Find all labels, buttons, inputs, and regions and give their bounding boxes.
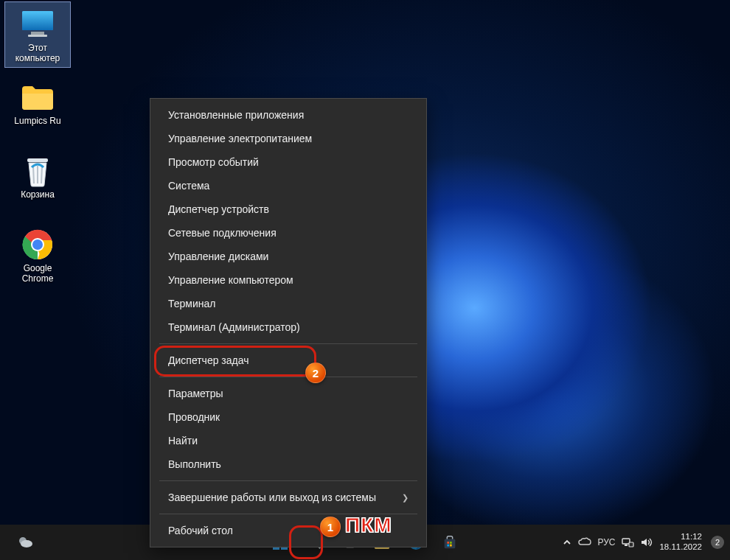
- menu-item-computer-management[interactable]: Управление компьютером: [150, 268, 426, 292]
- widgets-button[interactable]: [10, 528, 40, 557]
- svg-rect-22: [447, 542, 449, 544]
- annotation-badge-1: 1: [320, 517, 341, 537]
- desktop-icon-label: Lumpics Ru: [14, 116, 60, 127]
- menu-item-terminal-admin[interactable]: Терминал (Администратор): [150, 315, 426, 339]
- svg-rect-28: [629, 542, 633, 547]
- tray-volume[interactable]: [640, 536, 653, 548]
- chrome-icon: [20, 227, 55, 262]
- tray-time: 11:12: [681, 532, 702, 542]
- svg-rect-23: [450, 542, 452, 544]
- menu-item-disk-management[interactable]: Управление дисками: [150, 245, 426, 268]
- svg-rect-27: [625, 545, 628, 546]
- menu-item-shutdown[interactable]: Завершение работы или выход из системы ❯: [150, 486, 426, 509]
- menu-item-search[interactable]: Найти: [150, 429, 426, 452]
- menu-item-power-options[interactable]: Управление электропитанием: [150, 127, 426, 150]
- tray-network[interactable]: [621, 536, 634, 548]
- annotation-badge-2: 2: [305, 363, 326, 383]
- svg-rect-24: [447, 545, 449, 547]
- menu-item-run[interactable]: Выполнить: [150, 452, 426, 476]
- svg-point-9: [21, 540, 32, 547]
- menu-item-settings[interactable]: Параметры: [150, 382, 426, 405]
- menu-item-device-manager[interactable]: Диспетчер устройств: [150, 197, 426, 221]
- menu-item-installed-apps[interactable]: Установленные приложения: [150, 103, 426, 127]
- desktop-icon-chrome[interactable]: GoogleChrome: [4, 223, 71, 289]
- tray-onedrive[interactable]: [578, 537, 591, 547]
- chevron-right-icon: ❯: [402, 493, 409, 503]
- menu-item-system[interactable]: Система: [150, 174, 426, 197]
- menu-item-terminal[interactable]: Терминал: [150, 292, 426, 315]
- folder-icon: [20, 80, 55, 115]
- monitor-icon: [20, 7, 55, 42]
- desktop-icon-label: GoogleChrome: [22, 264, 54, 284]
- tray-notifications[interactable]: 2: [711, 536, 724, 549]
- menu-item-event-viewer[interactable]: Просмотр событий: [150, 150, 426, 174]
- tray-chevron-up[interactable]: [562, 537, 572, 547]
- desktop-icon-label: Этоткомпьютер: [15, 43, 60, 64]
- network-icon: [621, 536, 634, 548]
- start-context-menu: Установленные приложения Управление элек…: [150, 98, 427, 547]
- menu-item-task-manager[interactable]: Диспетчер задач: [150, 349, 426, 372]
- menu-separator: [159, 377, 417, 377]
- svg-rect-1: [22, 11, 53, 30]
- desktop-icon-recycle-bin[interactable]: Корзина: [4, 149, 71, 215]
- taskbar-store[interactable]: [435, 528, 465, 557]
- menu-separator: [159, 343, 417, 344]
- annotation-rmb-text: ПКМ: [345, 514, 392, 537]
- desktop-icons-column: Этоткомпьютер Lumpics Ru Корзина: [4, 1, 71, 296]
- svg-rect-25: [450, 545, 452, 547]
- svg-rect-2: [31, 32, 44, 35]
- tray-language[interactable]: РУС: [597, 537, 615, 547]
- svg-rect-3: [28, 35, 47, 37]
- svg-point-7: [32, 239, 43, 250]
- svg-rect-21: [445, 539, 456, 548]
- desktop-icon-folder[interactable]: Lumpics Ru: [4, 75, 71, 141]
- svg-rect-4: [27, 158, 48, 162]
- menu-item-network-connections[interactable]: Сетевые подключения: [150, 221, 426, 245]
- trash-icon: [20, 153, 55, 189]
- chevron-up-icon: [562, 537, 572, 547]
- tray-clock[interactable]: 11:12 18.11.2022: [659, 532, 702, 553]
- tray-date: 18.11.2022: [659, 542, 702, 553]
- desktop-icon-label: Корзина: [21, 190, 55, 200]
- menu-item-file-explorer[interactable]: Проводник: [150, 405, 426, 429]
- menu-separator: [159, 480, 417, 481]
- cloud-icon: [578, 537, 591, 547]
- weather-icon: [16, 533, 34, 551]
- desktop-icon-this-pc[interactable]: Этоткомпьютер: [4, 1, 71, 68]
- store-icon: [442, 534, 458, 550]
- speaker-icon: [640, 536, 653, 548]
